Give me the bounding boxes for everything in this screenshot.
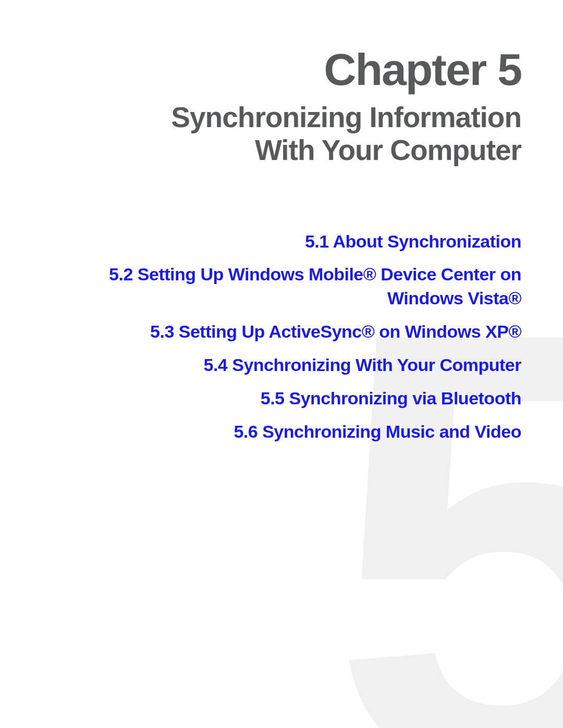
chapter-title-line1: Synchronizing Information	[171, 101, 521, 133]
chapter-heading: Chapter 5	[42, 47, 521, 92]
toc-item-5-3[interactable]: 5.3 Setting Up ActiveSync® on Windows XP…	[150, 320, 521, 344]
toc-item-5-5[interactable]: 5.5 Synchronizing via Bluetooth	[261, 387, 521, 411]
table-of-contents: 5.1 About Synchronization 5.2 Setting Up…	[42, 230, 521, 444]
chapter-title-line2: With Your Computer	[255, 134, 521, 166]
toc-item-5-2[interactable]: 5.2 Setting Up Windows Mobile® Device Ce…	[63, 263, 521, 311]
chapter-title: Synchronizing Information With Your Comp…	[42, 101, 521, 167]
toc-item-5-4[interactable]: 5.4 Synchronizing With Your Computer	[204, 353, 521, 377]
toc-item-5-6[interactable]: 5.6 Synchronizing Music and Video	[234, 420, 521, 444]
toc-item-5-1[interactable]: 5.1 About Synchronization	[305, 230, 521, 254]
page-content: Chapter 5 Synchronizing Information With…	[0, 0, 563, 444]
